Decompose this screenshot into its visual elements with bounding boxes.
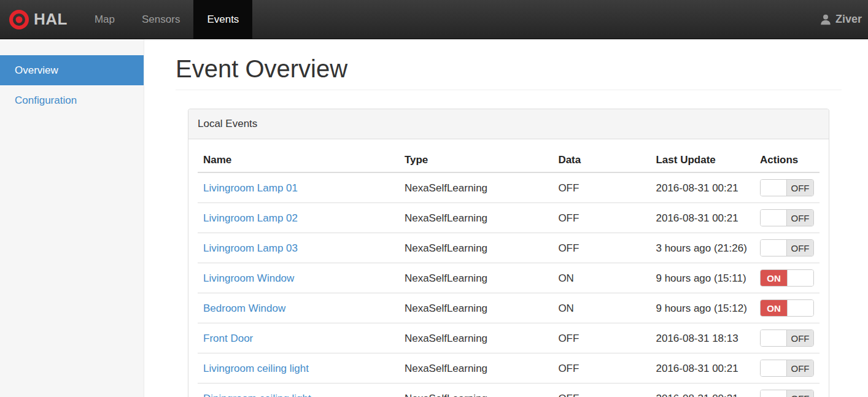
brand[interactable]: HAL [0, 0, 70, 39]
event-data: OFF [552, 233, 650, 263]
toggle-knob [761, 390, 787, 397]
event-type: NexaSelfLearning [399, 353, 552, 384]
column-header-name: Name [198, 148, 399, 172]
event-name-link[interactable]: Front Door [203, 333, 253, 344]
event-last-update: 2016-08-31 00:21 [650, 203, 754, 233]
event-row: Livingroom Lamp 02 NexaSelfLearning OFF … [198, 203, 820, 233]
toggle-state-label: OFF [787, 390, 813, 397]
event-last-update: 9 hours ago (15:12) [650, 293, 754, 323]
event-row: Livingroom Window NexaSelfLearning ON 9 … [198, 263, 820, 293]
events-table: Name Type Data Last Update Actions Livin… [198, 148, 820, 397]
toggle-knob [761, 330, 787, 346]
sidebar: Overview Configuration [0, 39, 144, 397]
toggle-state-label: OFF [787, 240, 813, 256]
toggle-state-label: OFF [787, 330, 813, 346]
toggle-state-label: OFF [787, 210, 813, 226]
event-last-update: 3 hours ago (21:26) [650, 233, 754, 263]
main-content: Event Overview Local Events Name Type Da… [144, 39, 868, 397]
user-menu[interactable]: Ziver [820, 0, 868, 39]
column-header-data: Data [552, 148, 650, 172]
column-header-last-update: Last Update [650, 148, 754, 172]
navbar: HAL Map Sensors Events Ziver [0, 0, 868, 39]
event-last-update: 2016-08-31 00:21 [650, 353, 754, 384]
event-row: Bedroom Window NexaSelfLearning ON 9 hou… [198, 293, 820, 323]
event-data: OFF [552, 353, 650, 384]
event-type: NexaSelfLearning [399, 323, 552, 353]
event-toggle-switch[interactable]: ON [760, 299, 814, 317]
toggle-state-label: OFF [787, 360, 813, 376]
event-type: NexaSelfLearning [399, 172, 552, 203]
event-toggle-switch[interactable]: OFF [760, 179, 814, 196]
event-row: Livingroom Lamp 03 NexaSelfLearning OFF … [198, 233, 820, 263]
nav-item-map[interactable]: Map [81, 0, 128, 39]
event-last-update: 2016-08-31 18:13 [650, 323, 754, 353]
event-row: Livingroom ceiling light NexaSelfLearnin… [198, 353, 820, 384]
person-icon [820, 13, 832, 26]
toggle-knob [761, 180, 787, 196]
toggle-knob [761, 240, 787, 256]
event-data: OFF [552, 323, 650, 353]
event-type: NexaSelfLearning [399, 233, 552, 263]
event-type: NexaSelfLearning [399, 263, 552, 293]
column-header-actions: Actions [754, 148, 820, 172]
event-name-link[interactable]: Diningroom ceiling light [203, 393, 311, 397]
toggle-knob [761, 210, 787, 226]
event-data: OFF [552, 172, 650, 203]
nav-item-sensors[interactable]: Sensors [128, 0, 193, 39]
event-name-link[interactable]: Livingroom Lamp 01 [203, 182, 298, 194]
event-type: NexaSelfLearning [399, 203, 552, 233]
event-type: NexaSelfLearning [399, 293, 552, 323]
events-table-body: Livingroom Lamp 01 NexaSelfLearning OFF … [198, 172, 820, 397]
event-row: Front Door NexaSelfLearning OFF 2016-08-… [198, 323, 820, 353]
local-events-panel: Local Events Name Type Data Last Update … [188, 109, 829, 397]
event-last-update: 2016-08-31 00:21 [650, 172, 754, 203]
event-name-link[interactable]: Livingroom ceiling light [203, 363, 309, 374]
event-toggle-switch[interactable]: OFF [760, 330, 814, 347]
navbar-menu: Map Sensors Events [81, 0, 252, 39]
event-name-link[interactable]: Bedroom Window [203, 303, 285, 314]
event-type: NexaSelfLearning [399, 384, 552, 397]
event-data: ON [552, 263, 650, 293]
event-name-link[interactable]: Livingroom Lamp 02 [203, 212, 298, 224]
page-body: Overview Configuration Event Overview Lo… [0, 39, 868, 397]
nav-item-events[interactable]: Events [193, 0, 252, 39]
toggle-state-label: OFF [787, 180, 813, 196]
event-row: Diningroom ceiling light NexaSelfLearnin… [198, 384, 820, 397]
toggle-knob [787, 270, 813, 286]
event-toggle-switch[interactable]: OFF [760, 390, 814, 397]
event-data: OFF [552, 384, 650, 397]
sidebar-item-overview[interactable]: Overview [0, 55, 144, 85]
event-last-update: 9 hours ago (15:11) [650, 263, 754, 293]
brand-label: HAL [34, 10, 68, 29]
sidebar-item-configuration[interactable]: Configuration [0, 85, 144, 115]
user-name: Ziver [835, 13, 862, 26]
event-row: Livingroom Lamp 01 NexaSelfLearning OFF … [198, 172, 820, 203]
bullseye-icon [9, 9, 29, 30]
event-toggle-switch[interactable]: OFF [760, 239, 814, 256]
toggle-knob [761, 360, 787, 376]
panel-body: Name Type Data Last Update Actions Livin… [188, 139, 829, 397]
column-header-type: Type [399, 148, 552, 172]
toggle-knob [787, 300, 813, 316]
panel-title: Local Events [188, 109, 829, 139]
toggle-state-label: ON [761, 300, 787, 316]
event-data: OFF [552, 203, 650, 233]
event-data: ON [552, 293, 650, 323]
toggle-state-label: ON [761, 270, 787, 286]
event-toggle-switch[interactable]: OFF [760, 209, 814, 226]
event-toggle-switch[interactable]: OFF [760, 360, 814, 377]
table-header-row: Name Type Data Last Update Actions [198, 148, 820, 172]
event-last-update: 2016-08-31 00:21 [650, 384, 754, 397]
page-title: Event Overview [176, 55, 842, 90]
event-toggle-switch[interactable]: ON [760, 269, 814, 287]
event-name-link[interactable]: Livingroom Lamp 03 [203, 242, 298, 254]
event-name-link[interactable]: Livingroom Window [203, 272, 294, 284]
